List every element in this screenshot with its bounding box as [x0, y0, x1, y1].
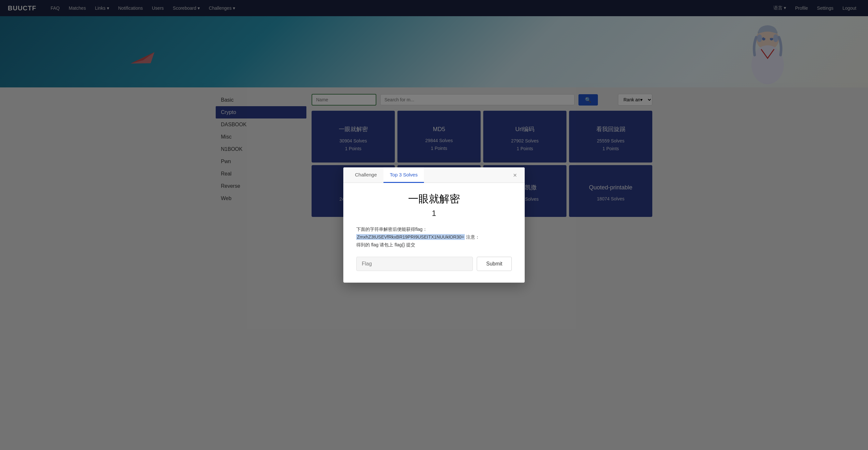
description-line2: 注意：: [465, 234, 480, 239]
flag-input[interactable]: [356, 257, 473, 271]
modal-close-button[interactable]: ×: [510, 169, 520, 181]
modal-challenge-title: 一眼就解密: [356, 192, 512, 206]
modal-overlay[interactable]: Challenge Top 3 Solves × 一眼就解密 1 下面的字符串解…: [0, 0, 868, 450]
modal-flag-row: Submit: [356, 257, 512, 271]
tab-top3-solves[interactable]: Top 3 Solves: [383, 167, 424, 183]
modal-challenge-points: 1: [356, 209, 512, 218]
submit-button[interactable]: Submit: [477, 257, 512, 271]
description-line1: 下面的字符串解密后便能获得flag：: [356, 227, 427, 232]
tab-challenge[interactable]: Challenge: [348, 167, 383, 183]
modal-description: 下面的字符串解密后便能获得flag： ZmxhZ3tUSEVfRkxBR19PR…: [356, 226, 512, 249]
description-code: ZmxhZ3tUSEVfRkxBR19PRI9USEITX1NUUklOR30=: [356, 234, 465, 240]
description-line3: 得到的 flag 请包上 flag{} 提交: [356, 242, 415, 247]
challenge-modal: Challenge Top 3 Solves × 一眼就解密 1 下面的字符串解…: [343, 167, 525, 282]
modal-body: 一眼就解密 1 下面的字符串解密后便能获得flag： ZmxhZ3tUSEVfR…: [343, 183, 525, 282]
modal-tabs: Challenge Top 3 Solves ×: [343, 167, 525, 183]
